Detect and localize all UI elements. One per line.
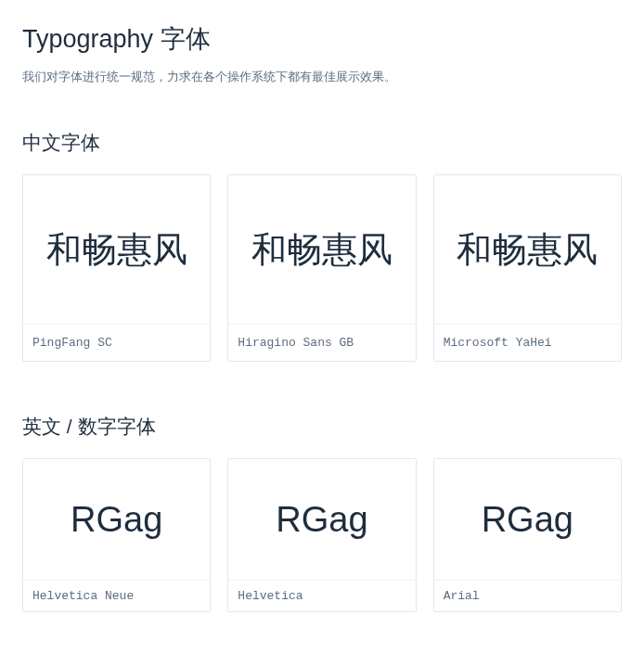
font-name: Helvetica Neue: [23, 580, 210, 611]
section-title-english: 英文 / 数字字体: [22, 414, 622, 440]
font-card: 和畅惠风 Microsoft YaHei: [433, 174, 622, 362]
page-title: Typography 字体: [22, 22, 622, 56]
font-card: 和畅惠风 Hiragino Sans GB: [227, 174, 416, 362]
font-name: Helvetica: [228, 580, 415, 611]
font-name: Hiragino Sans GB: [228, 324, 415, 361]
font-card: RGag Helvetica: [227, 458, 416, 612]
section-title-chinese: 中文字体: [22, 130, 622, 156]
font-card: 和畅惠风 PingFang SC: [22, 174, 211, 362]
font-name: Microsoft YaHei: [434, 324, 621, 361]
font-sample: RGag: [228, 459, 415, 580]
font-grid-chinese: 和畅惠风 PingFang SC 和畅惠风 Hiragino Sans GB 和…: [22, 174, 622, 362]
font-sample: 和畅惠风: [23, 175, 210, 324]
font-card: RGag Arial: [433, 458, 622, 612]
font-name: Arial: [434, 580, 621, 611]
page-description: 我们对字体进行统一规范，力求在各个操作系统下都有最佳展示效果。: [22, 69, 622, 85]
font-grid-english: RGag Helvetica Neue RGag Helvetica RGag …: [22, 458, 622, 612]
font-sample: RGag: [23, 459, 210, 580]
font-card: RGag Helvetica Neue: [22, 458, 211, 612]
font-sample: RGag: [434, 459, 621, 580]
font-sample: 和畅惠风: [228, 175, 415, 324]
font-name: PingFang SC: [23, 324, 210, 361]
font-sample: 和畅惠风: [434, 175, 621, 324]
